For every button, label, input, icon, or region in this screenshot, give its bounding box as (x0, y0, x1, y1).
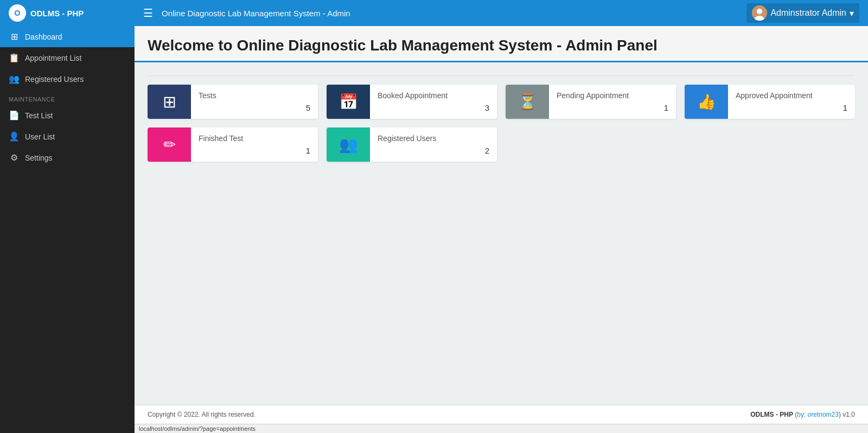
booked-label: Booked Appointment (378, 91, 489, 100)
sidebar-item-label: Test List (25, 111, 53, 120)
sidebar-item-settings[interactable]: ⚙ Settings (0, 147, 135, 168)
reg-users-label: Registered Users (378, 134, 489, 143)
finished-label: Finished Test (199, 134, 310, 143)
finished-icon-box: ✏ (148, 128, 191, 162)
cards-row-1: ⊞ Tests 5 📅 Booked Appointment 3 (148, 85, 855, 119)
separator (148, 75, 855, 76)
reg-users-icon: 👥 (339, 136, 358, 154)
tests-label: Tests (199, 91, 310, 100)
booked-icon-box: 📅 (327, 85, 370, 119)
pending-icon: ⏳ (518, 93, 537, 111)
tests-icon: ⊞ (163, 92, 176, 111)
reg-users-count: 2 (378, 146, 489, 155)
user-list-icon: 👤 (9, 131, 20, 142)
dropdown-icon: ▾ (850, 8, 854, 18)
page-title: Welcome to Online Diagnostic Lab Managem… (148, 37, 855, 54)
sidebar-item-label: Dashboard (25, 33, 62, 41)
test-list-icon: 📄 (9, 110, 20, 120)
svg-point-1 (757, 9, 762, 14)
sidebar-item-registered-users[interactable]: 👥 Registered Users (0, 68, 135, 90)
approved-icon-box: 👍 (685, 85, 728, 119)
finished-icon: ✏ (163, 136, 176, 154)
brand-label: ODLMS - PHP (30, 9, 84, 18)
approved-card-text: Approved Appointment 1 (728, 85, 855, 119)
sidebar-item-dashboard[interactable]: ⊞ Dashboard (0, 26, 135, 47)
copyright-text: Copyright © 2022. All rights reserved. (148, 411, 256, 418)
finished-card-text: Finished Test 1 (191, 128, 318, 162)
pending-card-text: Pending Appointment 1 (549, 85, 676, 119)
tests-icon-box: ⊞ (148, 85, 191, 119)
content-area: ⊞ Tests 5 📅 Booked Appointment 3 (135, 62, 868, 405)
settings-icon: ⚙ (9, 152, 20, 163)
pending-appointment-card[interactable]: ⏳ Pending Appointment 1 (506, 85, 676, 119)
registered-users-card[interactable]: 👥 Registered Users 2 (327, 128, 497, 162)
sidebar-item-user-list[interactable]: 👤 User List (0, 126, 135, 147)
user-menu[interactable]: Adminstrator Admin ▾ (746, 3, 859, 23)
footer-credit-text: (by: oretnom23) (795, 411, 843, 418)
tests-card-text: Tests 5 (191, 85, 318, 119)
main-content: Welcome to Online Diagnostic Lab Managem… (135, 26, 868, 433)
finished-test-card[interactable]: ✏ Finished Test 1 (148, 128, 318, 162)
pending-icon-box: ⏳ (506, 85, 549, 119)
approved-icon: 👍 (697, 93, 716, 111)
cards-row-2: ✏ Finished Test 1 👥 Registered Users 2 (148, 128, 855, 162)
logo-icon: O (9, 4, 26, 22)
layout: ⊞ Dashboard 📋 Appointment List 👥 Registe… (0, 26, 868, 433)
sidebar-item-label: User List (25, 132, 55, 141)
status-url: localhost/odlms/admin/?page=appointments (139, 425, 256, 432)
approved-appointment-card[interactable]: 👍 Approved Appointment 1 (685, 85, 855, 119)
footer-brand-name: ODLMS - PHP (750, 411, 793, 418)
navbar-brand: O ODLMS - PHP (9, 4, 143, 22)
sidebar-section-maintenance: Maintenance (0, 90, 135, 105)
sidebar-item-label: Settings (25, 154, 53, 162)
avatar (752, 5, 767, 21)
dashboard-icon: ⊞ (9, 31, 20, 42)
sidebar-item-label: Registered Users (25, 75, 84, 84)
approved-label: Approved Appointment (736, 91, 847, 100)
page-header: Welcome to Online Diagnostic Lab Managem… (135, 26, 868, 62)
footer-brand: ODLMS - PHP (by: oretnom23) v1.0 (750, 411, 855, 418)
sidebar-item-appointment-list[interactable]: 📋 Appointment List (0, 47, 135, 68)
booked-icon: 📅 (339, 93, 358, 111)
menu-toggle-button[interactable]: ☰ (143, 7, 153, 20)
navbar: O ODLMS - PHP ☰ Online Diagnostic Lab Ma… (0, 0, 868, 26)
appointment-list-icon: 📋 (9, 53, 20, 63)
booked-count: 3 (378, 103, 489, 112)
status-bar: localhost/odlms/admin/?page=appointments (135, 424, 868, 433)
pending-count: 1 (557, 103, 668, 112)
tests-card[interactable]: ⊞ Tests 5 (148, 85, 318, 119)
user-label: Adminstrator Admin (770, 8, 846, 18)
navbar-title: Online Diagnostic Lab Management System … (162, 9, 746, 18)
footer-version: v1.0 (843, 411, 855, 418)
reg-users-card-text: Registered Users 2 (370, 128, 497, 162)
footer: Copyright © 2022. All rights reserved. O… (135, 405, 868, 424)
copyright-label: Copyright © 2022. All rights reserved. (148, 411, 256, 418)
booked-appointment-card[interactable]: 📅 Booked Appointment 3 (327, 85, 497, 119)
booked-card-text: Booked Appointment 3 (370, 85, 497, 119)
pending-label: Pending Appointment (557, 91, 668, 100)
approved-count: 1 (736, 103, 847, 112)
tests-count: 5 (199, 103, 310, 112)
finished-count: 1 (199, 146, 310, 155)
reg-users-icon-box: 👥 (327, 128, 370, 162)
footer-credit-link[interactable]: by: oretnom23 (797, 411, 839, 418)
sidebar-item-test-list[interactable]: 📄 Test List (0, 105, 135, 126)
registered-users-icon: 👥 (9, 74, 20, 84)
sidebar: ⊞ Dashboard 📋 Appointment List 👥 Registe… (0, 26, 135, 433)
sidebar-item-label: Appointment List (25, 54, 81, 62)
